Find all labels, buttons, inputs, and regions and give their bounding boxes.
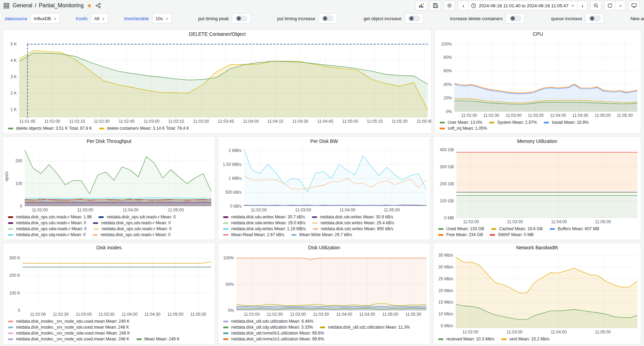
legend-item-netdata-disk-inodes-srv-node-sdv-used-mean[interactable]: netdata.disk_inodes._srv_node_sdv.used.m… [8,325,129,330]
panel-title[interactable]: DELETE Container/Object [3,30,431,39]
legend-item-recieved[interactable]: recieved Mean: 10.3 Mb/s [438,337,494,341]
plot-area[interactable] [244,146,426,206]
legend-item-netdata-disk-sdz-writes[interactable]: netdata.disk.sdz.writes Mean: 850 kB/s [313,226,393,231]
toggle-put-timing-peak[interactable] [232,13,251,24]
legend-item-netdata-disk-sdx-writes[interactable]: netdata.disk.sdx.writes Mean: 29.4 kB/s [312,220,394,225]
legend-item-user[interactable]: User Mean: 13.0% [440,120,482,125]
legend-item-swap[interactable]: SWAP Mean: 0 MB [490,232,534,237]
toggle-label: put timing peak [198,16,229,21]
legend-item-netdata-disk-sdu-writes[interactable]: netdata.disk.sdu.writes Mean: 30.7 kB/s [223,215,305,219]
time-range-text: 2024-06-16 11:01:40 to 2024-06-16 11:05:… [479,3,568,8]
legend-item-buffers[interactable]: Buffers Mean: 607 MB [550,226,599,231]
legend-item-netdata-disk-sdy-writes[interactable]: netdata.disk.sdy.writes Mean: 1.19 MB/s [223,226,306,231]
variable-select-datasource[interactable]: InfluxDB∨ [30,13,60,24]
y-tick: 1 K [10,107,17,112]
variable-hostls: hostlsAll∨ [76,13,108,24]
plot-area[interactable] [23,253,211,311]
legend-item-netdata-disk-inodes-srv-node-sdu-used-mean[interactable]: netdata.disk_inodes._srv_node_sdu.used.m… [8,319,129,324]
toggle-track [236,16,247,21]
toggle-increase-delete-containers[interactable] [506,13,525,24]
x-axis: 11:02:0011:02:3011:03:0011:03:3011:04:00… [23,311,211,317]
panel-title[interactable]: Per Disk Throughput [3,137,215,146]
toggle-queue-increase[interactable] [585,13,604,24]
dashboard-settings-button[interactable] [444,1,455,10]
plot-area[interactable] [236,253,426,311]
refresh-interval-dropdown[interactable] [615,1,626,10]
legend-item-netdata-disk-ops-sdu-reads-r[interactable]: netdata.disk_ops.sdu.reads-r Mean: 0 [8,220,86,225]
plot-area[interactable] [454,39,637,112]
legend-item-free[interactable]: Free Mean: 234 GB [438,232,483,237]
breadcrumb[interactable]: General / Partial_Monitoring [13,2,84,9]
legend-color-chip [93,222,98,224]
panel-title[interactable]: Per Disk BW [218,137,430,146]
legend-item-cached[interactable]: Cached Mean: 18.6 GB [491,226,543,231]
legend-item-netdata-disk-sdv-writes[interactable]: netdata.disk.sdv.writes Mean: 30.9 kB/s [312,215,393,219]
legend-item-mean-read[interactable]: Mean-Read Mean: 2.67 kB/s [223,232,284,237]
variable-select-hostls[interactable]: All∨ [91,13,108,24]
plot-area[interactable] [456,146,637,218]
legend-item-netdata-disk-ops-sdy-reads-r[interactable]: netdata.disk_ops.sdy.reads-r Mean: 0 [8,232,86,237]
time-range-forward-button[interactable]: › [577,1,588,10]
plot-area[interactable] [456,253,637,328]
legend-item-netdata-disk-ops-sdt-reads-r[interactable]: netdata.disk_ops.sdt.reads-r Mean: 0 [99,215,175,219]
legend-text: netdata.disk_ops.sdw.reads-r Mean: 0 [16,226,87,231]
legend-item-netdata-disk-sdw-writes[interactable]: netdata.disk.sdw.writes Mean: 29.0 kB/s [223,220,305,225]
toggle-group-put-timing-peak: put timing peak [198,13,251,24]
toggle-track [322,16,333,21]
favorite-star-icon[interactable]: ★ [87,3,92,9]
legend-item-soft-irq[interactable]: soft_irq Mean: 1.05% [440,126,487,131]
share-icon[interactable] [95,3,101,8]
panel-title[interactable]: Disk inodes [3,243,215,252]
legend-item-netdata-disk-util-nvme1n1-utilization[interactable]: netdata.disk_util.nvme1n1.utilization Me… [223,337,324,341]
refresh-button[interactable] [604,1,615,10]
legend-item-iowait[interactable]: Iowait Mean: 16.9% [544,120,588,125]
save-dashboard-button[interactable] [430,1,441,10]
y-tick: 5 Mb/s [441,323,453,328]
panel-title[interactable]: Memory Utilization [433,137,641,146]
legend-item-netdata-disk-inodes-srv-node-sdw-used-mean[interactable]: netdata.disk_inodes._srv_node_sdw.used.m… [8,331,130,336]
legend-item-system[interactable]: System Mean: 2.57% [489,120,537,125]
legend-item-sent[interactable]: sent Mean: 15.2 Mb/s [501,337,549,341]
breadcrumb-section[interactable]: General [13,2,32,9]
legend-item-netdata-disk-ops-sds-reads-r[interactable]: netdata.disk_ops.sds.reads-r Mean: 1.96 [8,215,92,219]
variable-select-timevariable[interactable]: 10s∨ [152,13,172,24]
time-range-picker[interactable]: 2024-06-16 11:01:40 to 2024-06-16 11:05:… [468,1,577,10]
cycle-view-mode-button[interactable] [628,1,640,10]
breadcrumb-page[interactable]: Partial_Monitoring [39,2,84,9]
legend-item-netdata-disk-ops-sdz-reads-r[interactable]: netdata.disk_ops.sdz.reads-r Mean: 0 [93,232,171,237]
legend-color-chip [223,222,228,224]
legend-item-delete-containers[interactable]: delete containers Mean: 3.14 K Total: 78… [99,126,189,131]
apps-grid-icon[interactable] [3,3,9,9]
legend-item-netdata-disk-ops-sdx-reads-r[interactable]: netdata.disk_ops.sdx.reads-r Mean: 0 [94,226,172,231]
plot-area[interactable] [25,146,211,206]
legend-color-chip [94,228,99,230]
panel-title[interactable]: Network Bandwidth [433,243,641,252]
panel-title[interactable]: Disk Utilization [218,243,430,252]
legend-item-netdata-disk-ops-sdv-reads-r[interactable]: netdata.disk_ops.sdv.reads-r Mean: 0 [93,220,171,225]
legend-item-used[interactable]: Used Mean: 133 GB [438,226,484,231]
y-tick: 0 [20,204,22,209]
x-tick: 11:04:00 [243,119,259,124]
legend-item-mean-write[interactable]: Mean-Write Mean: 29.7 kB/s [291,232,352,237]
panel-legend: Used Mean: 133 GBCached Mean: 18.6 GBBuf… [433,225,641,240]
legend-item-netdata-disk-util-sdz-utilization[interactable]: netdata.disk_util.sdz.utilization Mean: … [320,325,410,330]
legend-item-netdata-disk-util-nvme0n1-utilization[interactable]: netdata.disk_util.nvme0n1.utilization Me… [223,331,324,336]
plot-area[interactable] [19,39,428,118]
y-tick: 100 GB [440,199,454,203]
legend-item-netdata-disk-ops-sdw-reads-r[interactable]: netdata.disk_ops.sdw.reads-r Mean: 0 [8,226,87,231]
zoom-out-button[interactable] [590,1,602,10]
legend-item-netdata-disk-inodes-srv-node-sdx-used-mean[interactable]: netdata.disk_inodes._srv_node_sdx.used.m… [8,337,129,341]
chevron-down-icon: ∨ [102,17,104,21]
y-tick: 1 MB/s [229,176,242,181]
legend-item-netdata-disk-util-sdx-utilization[interactable]: netdata.disk_util.sdx.utilization Mean: … [223,319,313,324]
panel-title[interactable]: CPU [435,30,641,39]
legend-item-delete-objects[interactable]: delete objects Mean: 3.51 K Total: 87.8 … [8,126,92,131]
x-tick: 11:02:00 [32,208,48,212]
y-tick: 0 kB/s [230,204,242,209]
toggle-put-timing-increase[interactable] [318,13,337,24]
toggle-get-object-increase[interactable] [405,13,424,24]
legend-item-netdata-disk-util-sdy-utilization[interactable]: netdata.disk_util.sdy.utilization Mean: … [223,325,313,330]
time-range-back-button[interactable]: ‹ [458,1,468,10]
legend-item-mean[interactable]: Mean Mean: 249 K [136,337,180,341]
add-panel-button[interactable] [416,1,427,10]
